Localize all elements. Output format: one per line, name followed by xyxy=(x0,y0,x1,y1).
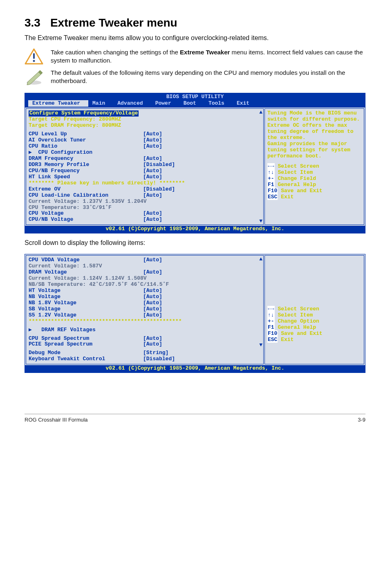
row-ht-voltage[interactable]: HT Voltage[Auto] xyxy=(29,288,262,294)
nav-exit: ESC Exit xyxy=(267,337,361,343)
footer-right: 3-9 xyxy=(358,417,365,423)
nav-select-item: ↑↓ Select Item xyxy=(267,170,361,176)
row-pcie-spread-spectrum[interactable]: PCIE Spread Spectrum[Auto] xyxy=(29,341,262,348)
row-cpunb-voltage[interactable]: CPU/NB Voltage[Auto] xyxy=(29,217,262,223)
row-cpu-load-line[interactable]: CPU Load-Line Calibration[Auto] xyxy=(29,193,262,199)
section-number: 3.3 xyxy=(25,16,40,29)
row-dram-voltage[interactable]: DRAM Voltage[Auto] xyxy=(29,269,262,276)
current-voltage-2: Current Voltage: 1.587V xyxy=(29,263,262,269)
scroll-down-icon[interactable]: ▼ xyxy=(259,218,262,224)
scroll-up-icon[interactable]: ▲ xyxy=(259,110,262,115)
row-cpu-spread-spectrum[interactable]: CPU Spread Spectrum[Auto] xyxy=(29,336,262,342)
nbsb-temperature: NB/SB Temperature: 42˚C/107.5˚F 46˚C/114… xyxy=(29,282,262,288)
tab-exit[interactable]: Exit xyxy=(233,100,258,107)
stars-divider: ****************************************… xyxy=(29,319,262,325)
nav-general-help: F1 General Help xyxy=(267,182,361,188)
row-dram-ref-voltages[interactable]: ▶ DRAM REF Voltages xyxy=(29,327,262,333)
numbers-banner: ******** Please key in numbers directly!… xyxy=(29,180,262,186)
nav-general-help: F1 General Help xyxy=(267,325,361,331)
footer-left: ROG Crosshair III Formula xyxy=(25,417,88,423)
note-callout: The default values of the following item… xyxy=(25,69,365,85)
current-voltage-3: Current Voltage: 1.124V 1.124V 1.508V xyxy=(29,276,262,282)
current-voltage-1: Current Voltage: 1.237V 1.535V 1.204V xyxy=(29,199,262,205)
row-extreme-ov[interactable]: Extreme OV[Disabled] xyxy=(29,186,262,193)
row-ddr3-profile[interactable]: DDR3 Memory Profile[Disabled] xyxy=(29,162,262,168)
row-nb-1-8v-voltage[interactable]: NB 1.8V Voltage[Auto] xyxy=(29,300,262,306)
page-footer: ROG Crosshair III Formula 3-9 xyxy=(25,414,365,423)
row-ai-overclock[interactable]: AI Overclock Tuner[Auto] xyxy=(29,137,262,144)
row-debug-mode[interactable]: Debug Mode[String] xyxy=(29,350,262,356)
row-cpu-level-up[interactable]: CPU Level Up[Auto] xyxy=(29,131,262,137)
svg-point-2 xyxy=(33,60,35,62)
tab-advanced[interactable]: Advanced xyxy=(113,100,151,107)
row-cpunb-frequency[interactable]: CPU/NB Frequency[Auto] xyxy=(29,168,262,174)
bios-right-pane-2: ←→ Select Screen ↑↓ Select Item +- Chang… xyxy=(264,255,364,364)
bios-footer: v02.61 (C)Copyright 1985-2009, American … xyxy=(25,226,365,233)
warning-callout: Take caution when changing the settings … xyxy=(25,48,365,65)
tab-boot[interactable]: Boot xyxy=(179,100,204,107)
row-ht-link-speed[interactable]: HT Link Speed[Auto] xyxy=(29,174,262,180)
scroll-up-icon[interactable]: ▲ xyxy=(259,256,262,262)
note-text: The default values of the following item… xyxy=(51,69,365,85)
help-description: Tuning Mode is the BIOS menu switch for … xyxy=(267,110,361,159)
scroll-down-icon[interactable]: ▼ xyxy=(259,342,262,348)
cpu-temperature: CPU Temperature: 33˚C/91˚F xyxy=(29,205,262,211)
row-cpu-vdda-voltage[interactable]: CPU VDDA Voltage[Auto] xyxy=(29,257,262,263)
bios-title: BIOS SETUP UTILITY xyxy=(25,93,365,100)
bios-right-pane: Tuning Mode is the BIOS menu switch for … xyxy=(264,108,364,225)
scroll-note: Scroll down to display the following ite… xyxy=(25,239,365,247)
intro-paragraph: The Extreme Tweaker menu items allow you… xyxy=(25,34,365,43)
pencil-icon xyxy=(25,69,43,85)
warning-icon xyxy=(25,48,43,65)
svg-rect-1 xyxy=(33,53,35,59)
bios-left-pane-2: ▲ CPU VDDA Voltage[Auto] Current Voltage… xyxy=(26,255,264,364)
tab-power[interactable]: Power xyxy=(151,100,179,107)
bios-left-pane: ▲ Configure System Frequency/Voltage Tar… xyxy=(26,108,264,225)
tab-tools[interactable]: Tools xyxy=(204,100,233,107)
nav-select-screen: ←→ Select Screen xyxy=(267,164,361,170)
section-heading: 3.3Extreme Tweaker menu xyxy=(25,16,365,29)
row-cpu-ratio[interactable]: CPU Ratio[Auto] xyxy=(29,144,262,150)
warning-text: Take caution when changing the settings … xyxy=(51,48,365,65)
bios-screen-1: BIOS SETUP UTILITY Extreme Tweaker Main … xyxy=(25,93,365,234)
target-dram-freq: Target DRAM Frequency: 800MHZ xyxy=(29,123,262,129)
row-s5-1-2v-voltage[interactable]: S5 1.2V Voltage[Auto] xyxy=(29,312,262,319)
nav-exit: ESC Exit xyxy=(267,194,361,200)
nav-change-field: +- Change Field xyxy=(267,176,361,182)
tab-extreme-tweaker[interactable]: Extreme Tweaker xyxy=(28,100,88,107)
bios-footer-2: v02.61 (C)Copyright 1985-2009, American … xyxy=(25,365,365,373)
nav-save-exit: F10 Save and Exit xyxy=(267,331,361,337)
bios-tab-bar: Extreme Tweaker Main Advanced Power Boot… xyxy=(25,100,365,108)
nav-save-exit: F10 Save and Exit xyxy=(267,188,361,194)
row-cpu-voltage[interactable]: CPU Voltage[Auto] xyxy=(29,211,262,217)
config-heading: Configure System Frequency/Voltage xyxy=(29,110,139,117)
section-title: Extreme Tweaker menu xyxy=(50,16,177,29)
row-cpu-configuration[interactable]: ▶ CPU Configuration xyxy=(29,150,262,156)
tab-main[interactable]: Main xyxy=(88,100,113,107)
row-sb-voltage[interactable]: SB Voltage[Auto] xyxy=(29,306,262,312)
nav-select-item: ↑↓ Select Item xyxy=(267,312,361,319)
row-nb-voltage[interactable]: NB Voltage[Auto] xyxy=(29,294,262,300)
bios-screen-2: ▲ CPU VDDA Voltage[Auto] Current Voltage… xyxy=(25,254,365,373)
row-dram-frequency[interactable]: DRAM Frequency[Auto] xyxy=(29,156,262,162)
target-cpu-freq: Target CPU Frequency: 2800MHZ xyxy=(29,117,262,123)
row-keyboard-tweakit[interactable]: Keyboard Tweakit Control[Disabled] xyxy=(29,356,262,362)
nav-change-option: +- Change Option xyxy=(267,319,361,325)
nav-select-screen: ←→ Select Screen xyxy=(267,306,361,312)
